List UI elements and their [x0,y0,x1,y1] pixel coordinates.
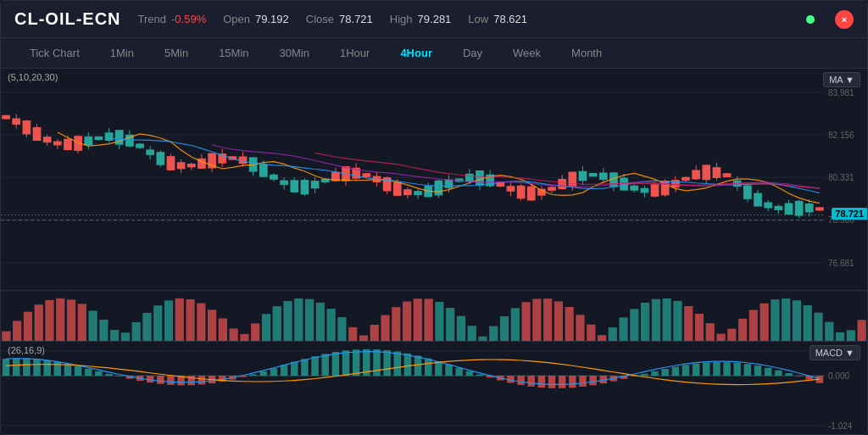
svg-rect-278 [198,376,206,384]
svg-rect-263 [43,360,51,376]
tab-5min[interactable]: 5Min [149,43,203,63]
svg-rect-185 [142,313,151,341]
svg-text:0.000: 0.000 [828,371,849,381]
svg-rect-305 [476,375,484,376]
svg-rect-157 [743,185,752,198]
svg-rect-209 [403,302,411,341]
ma-indicator-btn[interactable]: MA ▼ [823,72,860,87]
svg-rect-267 [85,369,92,376]
svg-rect-191 [208,310,216,341]
svg-rect-172 [2,332,10,341]
svg-rect-149 [702,165,710,180]
tab-tick-chart[interactable]: Tick Chart [14,43,95,63]
svg-rect-43 [156,152,164,165]
svg-rect-241 [749,310,758,341]
svg-rect-309 [517,376,525,385]
svg-rect-196 [262,314,270,341]
svg-rect-230 [630,309,638,341]
close-label: Close [306,13,334,25]
svg-rect-177 [56,298,64,341]
svg-rect-115 [527,187,536,201]
tab-day[interactable]: Day [448,43,498,63]
svg-rect-208 [392,307,400,341]
svg-rect-218 [500,316,509,341]
close-button[interactable]: × [835,10,854,29]
svg-rect-198 [283,301,292,341]
svg-rect-39 [136,143,144,148]
svg-rect-176 [45,300,53,341]
tab-30min[interactable]: 30Min [264,43,325,63]
open-label: Open [223,13,250,25]
svg-rect-284 [260,371,268,376]
svg-rect-210 [414,298,422,341]
svg-rect-47 [177,162,186,169]
svg-rect-45 [167,156,175,170]
svg-rect-265 [64,364,72,376]
svg-rect-301 [435,361,442,376]
svg-rect-326 [693,364,700,376]
main-chart[interactable]: (5,10,20,30) MA ▼ 83.98182.15680.33178.5… [1,69,867,290]
svg-rect-239 [727,329,736,341]
svg-rect-127 [589,173,598,176]
svg-rect-13 [2,115,10,120]
svg-rect-266 [75,366,82,376]
svg-rect-316 [589,376,597,385]
tab-month[interactable]: Month [556,43,617,63]
svg-text:82.156: 82.156 [828,131,854,140]
macd-indicator-btn[interactable]: MACD ▼ [810,345,860,360]
current-price-label: 78.721 [832,208,867,220]
svg-rect-103 [465,174,474,182]
svg-rect-89 [393,182,402,196]
tab-week[interactable]: Week [498,43,556,63]
svg-rect-119 [548,187,556,190]
svg-rect-312 [548,376,556,388]
svg-rect-330 [733,363,741,376]
svg-rect-15 [12,118,20,124]
svg-rect-224 [565,307,574,341]
svg-rect-143 [671,180,680,187]
svg-rect-334 [775,371,782,376]
svg-rect-232 [652,299,660,341]
svg-rect-194 [240,334,248,341]
tab-4hour[interactable]: 4Hour [385,43,448,63]
svg-text:83.981: 83.981 [828,88,854,98]
tab-1hour[interactable]: 1Hour [325,43,385,63]
svg-rect-41 [146,149,154,154]
svg-rect-324 [672,367,680,376]
svg-rect-336 [795,376,803,376]
svg-rect-222 [543,298,552,341]
svg-rect-300 [425,359,432,376]
tab-1min[interactable]: 1Min [95,43,149,63]
low-value: 78.621 [493,13,527,25]
svg-rect-223 [554,301,563,341]
tab-15min[interactable]: 15Min [203,43,264,63]
svg-rect-171 [815,207,824,210]
svg-rect-145 [682,177,690,181]
online-indicator [806,15,815,24]
svg-rect-175 [35,304,43,341]
svg-rect-195 [251,323,259,341]
svg-rect-225 [576,315,584,341]
svg-rect-21 [43,137,52,142]
svg-rect-31 [95,137,103,140]
svg-rect-270 [115,376,123,376]
svg-rect-234 [673,301,682,341]
low-label: Low [468,13,488,25]
svg-rect-311 [538,376,546,388]
svg-rect-236 [695,314,704,341]
svg-rect-204 [348,327,357,341]
svg-rect-288 [301,359,309,376]
svg-rect-187 [164,300,173,341]
svg-rect-192 [219,319,227,341]
svg-rect-173 [13,321,21,341]
main-container: CL-OIL-ECN Trend -0.59% Open 79.192 Clos… [0,0,868,435]
svg-rect-244 [782,298,790,341]
svg-rect-228 [609,327,617,341]
svg-rect-246 [804,305,812,341]
svg-rect-178 [67,299,75,341]
svg-rect-193 [230,328,238,341]
trend-label: Trend [138,13,166,25]
svg-rect-67 [280,181,288,186]
svg-rect-139 [651,184,659,197]
svg-rect-293 [353,349,360,376]
